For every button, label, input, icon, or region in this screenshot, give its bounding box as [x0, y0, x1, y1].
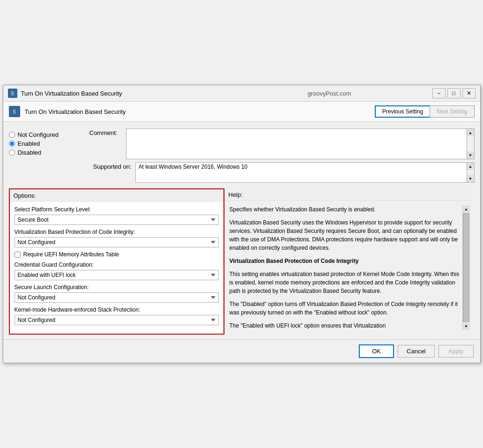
uefi-checkbox-row: Require UEFI Memory Attributes Table — [15, 251, 219, 258]
supported-row: Supported on: At least Windows Server 20… — [89, 162, 475, 183]
next-setting-button[interactable]: Next Setting — [430, 105, 474, 118]
options-header: Options: — [10, 189, 223, 202]
enabled-label: Enabled — [18, 140, 40, 147]
credential-group: Credential Guard Configuration: Disabled… — [15, 261, 219, 280]
supported-wrap: At least Windows Server 2016, Windows 10… — [135, 162, 475, 183]
supported-scroll-down[interactable]: ▼ — [467, 175, 474, 182]
platform-select[interactable]: Secure Boot Secure Boot and DMA Protecti… — [15, 215, 219, 225]
main-window: S Turn On Virtualization Based Security … — [3, 85, 481, 363]
integrity-group: Virtualization Based Protection of Code … — [15, 229, 219, 247]
uefi-checkbox-label: Require UEFI Memory Attributes Table — [23, 251, 119, 258]
help-para-1: Virtualization Based Security uses the W… — [230, 218, 462, 252]
minimize-button[interactable]: − — [432, 88, 446, 98]
help-para-2: Virtualization Based Protection of Code … — [230, 257, 462, 265]
cancel-button[interactable]: Cancel — [398, 345, 434, 358]
close-button[interactable]: ✕ — [462, 88, 476, 98]
comment-scroll-down[interactable]: ▼ — [467, 151, 474, 159]
lower-panels: Options: Select Platform Security Level:… — [9, 188, 475, 335]
integrity-label: Virtualization Based Protection of Code … — [15, 229, 219, 235]
right-fields: Comment: ▲ ▼ Supported on: At least Wind… — [89, 128, 475, 183]
website-label: groovyPost.com — [227, 90, 432, 97]
enabled-radio[interactable]: Enabled — [9, 140, 84, 147]
window-title: Turn On Virtualization Based Security — [21, 90, 227, 97]
ok-button[interactable]: OK — [359, 344, 394, 358]
window-icon: S — [8, 89, 17, 98]
help-para-0: Specifies whether Virtualization Based S… — [230, 205, 462, 214]
supported-scroll-up[interactable]: ▲ — [467, 163, 474, 170]
kernel-group: Kernel-mode Hardware-enforced Stack Prot… — [15, 306, 219, 325]
toolbar-nav: Previous Setting Next Setting — [375, 105, 475, 118]
bottom-bar: OK Cancel Apply — [3, 339, 480, 363]
uefi-checkbox[interactable] — [15, 252, 21, 258]
kernel-select[interactable]: Not Configured Enabled in audit mode Ena… — [15, 315, 219, 325]
help-panel: Help: Specifies whether Virtualization B… — [224, 188, 475, 335]
previous-setting-button[interactable]: Previous Setting — [375, 105, 430, 118]
help-para-4: The "Disabled" option turns off Virtuali… — [230, 300, 462, 317]
credential-label: Credential Guard Configuration: — [15, 261, 219, 268]
comment-wrap: ▲ ▼ — [126, 128, 475, 159]
top-area: Not Configured Enabled Disabled Comment: — [9, 127, 475, 185]
supported-label: Supported on: — [89, 162, 132, 170]
apply-button[interactable]: Apply — [438, 345, 474, 358]
comment-scroll-up[interactable]: ▲ — [467, 129, 474, 136]
help-header: Help: — [225, 188, 475, 201]
platform-group: Select Platform Security Level: Secure B… — [15, 206, 219, 225]
help-scroll-up[interactable]: ▲ — [463, 205, 470, 213]
options-body: Select Platform Security Level: Secure B… — [10, 202, 223, 334]
platform-label: Select Platform Security Level: — [15, 206, 219, 213]
maximize-button[interactable]: □ — [447, 88, 461, 98]
toolbar: S Turn On Virtualization Based Security … — [3, 102, 480, 122]
help-body: Specifies whether Virtualization Based S… — [225, 201, 475, 335]
title-bar: S Turn On Virtualization Based Security … — [3, 85, 480, 102]
supported-value: At least Windows Server 2016, Windows 10 — [135, 162, 467, 183]
radio-section: Not Configured Enabled Disabled — [9, 128, 84, 183]
credential-select[interactable]: Disabled Enabled with UEFI lock Enabled … — [15, 270, 219, 280]
comment-scrollbar: ▲ ▼ — [467, 128, 475, 159]
comment-textarea[interactable] — [126, 128, 467, 159]
window-controls: − □ ✕ — [432, 88, 476, 98]
help-scroll-down[interactable]: ▼ — [463, 322, 470, 330]
supported-scrollbar: ▲ ▼ — [467, 162, 475, 183]
options-panel: Options: Select Platform Security Level:… — [9, 188, 224, 335]
help-para-3: This setting enables virtualization base… — [230, 270, 462, 295]
disabled-label: Disabled — [18, 149, 42, 156]
disabled-radio[interactable]: Disabled — [9, 149, 84, 156]
kernel-label: Kernel-mode Hardware-enforced Stack Prot… — [15, 306, 219, 313]
comment-label: Comment: — [89, 128, 122, 136]
help-para-5: The "Enabled with UEFI lock" option ensu… — [230, 321, 462, 330]
secure-launch-group: Secure Launch Configuration: Not Configu… — [15, 284, 219, 303]
help-scrollbar: ▲ ▼ — [462, 205, 470, 330]
secure-launch-select[interactable]: Not Configured Enabled Disabled — [15, 292, 219, 303]
not-configured-radio[interactable]: Not Configured — [9, 131, 84, 138]
main-content: Not Configured Enabled Disabled Comment: — [3, 122, 480, 339]
toolbar-icon: S — [9, 106, 20, 117]
help-text: Specifies whether Virtualization Based S… — [230, 205, 462, 330]
not-configured-label: Not Configured — [18, 131, 59, 138]
toolbar-title: Turn On Virtualization Based Security — [25, 108, 370, 115]
comment-row: Comment: ▲ ▼ — [89, 128, 475, 159]
integrity-select[interactable]: Not Configured Enabled without lock Enab… — [15, 237, 219, 247]
secure-launch-label: Secure Launch Configuration: — [15, 284, 219, 291]
